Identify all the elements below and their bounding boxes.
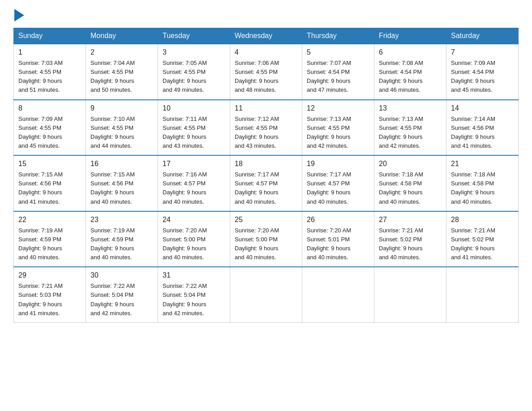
calendar-week-row: 29Sunrise: 7:21 AMSunset: 5:03 PMDayligh… <box>14 267 519 322</box>
calendar-day-cell: 26Sunrise: 7:20 AMSunset: 5:01 PMDayligh… <box>302 211 374 267</box>
day-number: 15 <box>18 158 81 169</box>
calendar-day-cell: 18Sunrise: 7:17 AMSunset: 4:57 PMDayligh… <box>230 155 302 211</box>
calendar-day-cell: 20Sunrise: 7:18 AMSunset: 4:58 PMDayligh… <box>374 155 446 211</box>
day-number: 24 <box>163 214 225 225</box>
calendar-day-cell: 6Sunrise: 7:08 AMSunset: 4:54 PMDaylight… <box>374 44 446 100</box>
day-info: Sunrise: 7:21 AMSunset: 5:02 PMDaylight:… <box>451 226 514 262</box>
calendar-day-cell <box>446 267 519 322</box>
logo <box>13 9 24 23</box>
calendar-day-cell: 10Sunrise: 7:11 AMSunset: 4:55 PMDayligh… <box>158 100 230 156</box>
calendar-day-cell: 17Sunrise: 7:16 AMSunset: 4:57 PMDayligh… <box>158 155 230 211</box>
calendar-week-row: 15Sunrise: 7:15 AMSunset: 4:56 PMDayligh… <box>14 155 519 211</box>
weekday-header-thursday: Thursday <box>302 28 374 44</box>
day-info: Sunrise: 7:18 AMSunset: 4:58 PMDaylight:… <box>379 170 442 206</box>
calendar-day-cell: 21Sunrise: 7:18 AMSunset: 4:58 PMDayligh… <box>446 155 519 211</box>
day-number: 29 <box>18 270 81 281</box>
weekday-header-saturday: Saturday <box>446 28 519 44</box>
weekday-header-wednesday: Wednesday <box>230 28 302 44</box>
calendar-day-cell: 9Sunrise: 7:10 AMSunset: 4:55 PMDaylight… <box>86 100 158 156</box>
day-number: 18 <box>235 158 297 169</box>
calendar-day-cell <box>374 267 446 322</box>
day-info: Sunrise: 7:17 AMSunset: 4:57 PMDaylight:… <box>235 170 297 206</box>
day-number: 28 <box>451 214 514 225</box>
calendar-day-cell: 24Sunrise: 7:20 AMSunset: 5:00 PMDayligh… <box>158 211 230 267</box>
calendar-day-cell <box>302 267 374 322</box>
day-number: 14 <box>451 103 514 114</box>
weekday-header-sunday: Sunday <box>14 28 86 44</box>
day-info: Sunrise: 7:13 AMSunset: 4:55 PMDaylight:… <box>379 115 442 151</box>
day-number: 30 <box>90 270 153 281</box>
day-number: 10 <box>163 103 225 114</box>
weekday-header-friday: Friday <box>374 28 446 44</box>
svg-marker-0 <box>14 9 24 21</box>
calendar-day-cell: 27Sunrise: 7:21 AMSunset: 5:02 PMDayligh… <box>374 211 446 267</box>
day-info: Sunrise: 7:08 AMSunset: 4:54 PMDaylight:… <box>379 59 442 95</box>
calendar-day-cell: 19Sunrise: 7:17 AMSunset: 4:57 PMDayligh… <box>302 155 374 211</box>
day-info: Sunrise: 7:20 AMSunset: 5:00 PMDaylight:… <box>235 226 297 262</box>
calendar-week-row: 1Sunrise: 7:03 AMSunset: 4:55 PMDaylight… <box>14 44 519 100</box>
calendar-day-cell: 16Sunrise: 7:15 AMSunset: 4:56 PMDayligh… <box>86 155 158 211</box>
day-number: 19 <box>307 158 369 169</box>
day-number: 4 <box>235 47 297 58</box>
day-number: 6 <box>379 47 442 58</box>
calendar-day-cell: 4Sunrise: 7:06 AMSunset: 4:55 PMDaylight… <box>230 44 302 100</box>
day-number: 12 <box>307 103 369 114</box>
day-info: Sunrise: 7:13 AMSunset: 4:55 PMDaylight:… <box>307 115 369 151</box>
day-info: Sunrise: 7:22 AMSunset: 5:04 PMDaylight:… <box>90 282 153 318</box>
day-info: Sunrise: 7:17 AMSunset: 4:57 PMDaylight:… <box>307 170 369 206</box>
weekday-header-monday: Monday <box>86 28 158 44</box>
calendar-day-cell <box>230 267 302 322</box>
day-number: 16 <box>90 158 153 169</box>
calendar-week-row: 22Sunrise: 7:19 AMSunset: 4:59 PMDayligh… <box>14 211 519 267</box>
day-info: Sunrise: 7:07 AMSunset: 4:54 PMDaylight:… <box>307 59 369 95</box>
day-number: 21 <box>451 158 514 169</box>
calendar-day-cell: 13Sunrise: 7:13 AMSunset: 4:55 PMDayligh… <box>374 100 446 156</box>
calendar-day-cell: 15Sunrise: 7:15 AMSunset: 4:56 PMDayligh… <box>14 155 86 211</box>
day-number: 27 <box>379 214 442 225</box>
day-number: 7 <box>451 47 514 58</box>
day-info: Sunrise: 7:18 AMSunset: 4:58 PMDaylight:… <box>451 170 514 206</box>
calendar-day-cell: 2Sunrise: 7:04 AMSunset: 4:55 PMDaylight… <box>86 44 158 100</box>
day-number: 1 <box>18 47 81 58</box>
day-info: Sunrise: 7:21 AMSunset: 5:02 PMDaylight:… <box>379 226 442 262</box>
day-info: Sunrise: 7:22 AMSunset: 5:04 PMDaylight:… <box>163 282 225 318</box>
calendar-day-cell: 3Sunrise: 7:05 AMSunset: 4:55 PMDaylight… <box>158 44 230 100</box>
day-info: Sunrise: 7:06 AMSunset: 4:55 PMDaylight:… <box>235 59 297 95</box>
calendar-day-cell: 28Sunrise: 7:21 AMSunset: 5:02 PMDayligh… <box>446 211 519 267</box>
day-number: 8 <box>18 103 81 114</box>
calendar-day-cell: 22Sunrise: 7:19 AMSunset: 4:59 PMDayligh… <box>14 211 86 267</box>
day-info: Sunrise: 7:20 AMSunset: 5:01 PMDaylight:… <box>307 226 369 262</box>
day-info: Sunrise: 7:04 AMSunset: 4:55 PMDaylight:… <box>90 59 153 95</box>
day-number: 23 <box>90 214 153 225</box>
day-number: 13 <box>379 103 442 114</box>
logo-triangle-icon <box>14 9 24 23</box>
weekday-header-tuesday: Tuesday <box>158 28 230 44</box>
day-info: Sunrise: 7:12 AMSunset: 4:55 PMDaylight:… <box>235 115 297 151</box>
calendar-day-cell: 12Sunrise: 7:13 AMSunset: 4:55 PMDayligh… <box>302 100 374 156</box>
calendar-day-cell: 1Sunrise: 7:03 AMSunset: 4:55 PMDaylight… <box>14 44 86 100</box>
calendar-day-cell: 23Sunrise: 7:19 AMSunset: 4:59 PMDayligh… <box>86 211 158 267</box>
calendar-day-cell: 29Sunrise: 7:21 AMSunset: 5:03 PMDayligh… <box>14 267 86 322</box>
day-number: 31 <box>163 270 225 281</box>
day-number: 17 <box>163 158 225 169</box>
day-number: 5 <box>307 47 369 58</box>
day-number: 25 <box>235 214 297 225</box>
calendar-header-row: SundayMondayTuesdayWednesdayThursdayFrid… <box>14 28 519 44</box>
day-info: Sunrise: 7:09 AMSunset: 4:54 PMDaylight:… <box>451 59 514 95</box>
day-number: 20 <box>379 158 442 169</box>
day-number: 22 <box>18 214 81 225</box>
calendar-table: SundayMondayTuesdayWednesdayThursdayFrid… <box>13 28 519 323</box>
day-info: Sunrise: 7:19 AMSunset: 4:59 PMDaylight:… <box>18 226 81 262</box>
calendar-day-cell: 8Sunrise: 7:09 AMSunset: 4:55 PMDaylight… <box>14 100 86 156</box>
calendar-day-cell: 31Sunrise: 7:22 AMSunset: 5:04 PMDayligh… <box>158 267 230 322</box>
day-info: Sunrise: 7:05 AMSunset: 4:55 PMDaylight:… <box>163 59 225 95</box>
day-info: Sunrise: 7:21 AMSunset: 5:03 PMDaylight:… <box>18 282 81 318</box>
day-info: Sunrise: 7:10 AMSunset: 4:55 PMDaylight:… <box>90 115 153 151</box>
day-number: 3 <box>163 47 225 58</box>
calendar-day-cell: 5Sunrise: 7:07 AMSunset: 4:54 PMDaylight… <box>302 44 374 100</box>
day-info: Sunrise: 7:19 AMSunset: 4:59 PMDaylight:… <box>90 226 153 262</box>
day-number: 2 <box>90 47 153 58</box>
day-info: Sunrise: 7:11 AMSunset: 4:55 PMDaylight:… <box>163 115 225 151</box>
day-number: 9 <box>90 103 153 114</box>
page-header <box>13 9 519 23</box>
